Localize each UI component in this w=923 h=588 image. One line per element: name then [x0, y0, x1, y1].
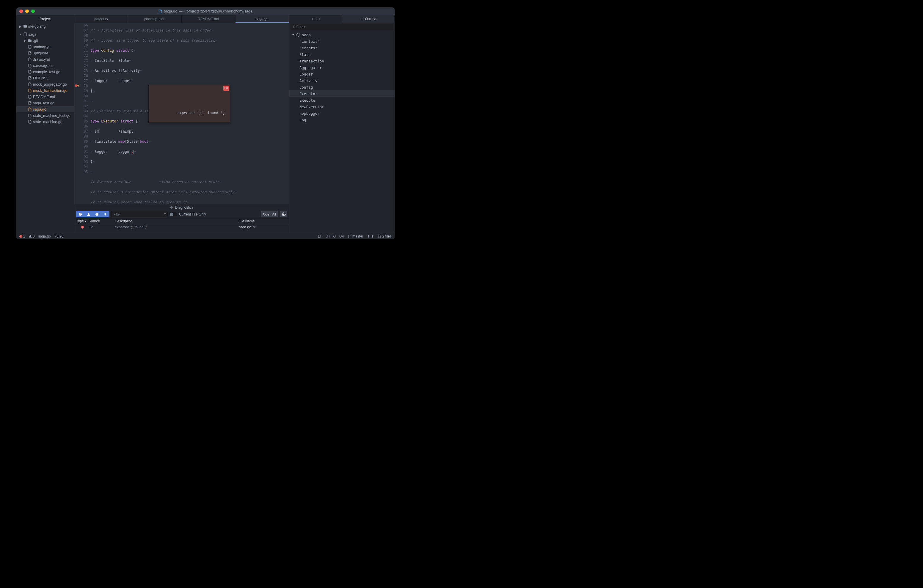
tree-file[interactable]: ·state_machine_test.go: [16, 112, 74, 118]
file-icon: [28, 64, 32, 68]
tab-outline[interactable]: Outline: [342, 15, 394, 23]
row-source: Go: [89, 225, 115, 229]
file-icon: [28, 51, 32, 55]
outline-item[interactable]: Activity: [289, 77, 394, 84]
status-branch[interactable]: master: [348, 234, 363, 238]
tree-file[interactable]: ·.travis.yml: [16, 56, 74, 62]
outline-item[interactable]: "context": [289, 38, 394, 44]
filter-error-button[interactable]: !: [76, 211, 84, 217]
tab-git[interactable]: Git: [289, 15, 342, 23]
tab-label: saga.go: [256, 16, 269, 21]
svg-point-0: [283, 214, 284, 215]
tree-file[interactable]: ·mock_aggregator.go: [16, 81, 74, 87]
outline-filter-input[interactable]: Filter: [291, 24, 393, 30]
gear-icon: [282, 212, 286, 216]
filter-hint-button[interactable]: [101, 211, 109, 217]
outline-item[interactable]: Config: [289, 84, 394, 90]
diagnostics-title[interactable]: Diagnostics: [74, 205, 289, 210]
tree-file-modified[interactable]: ·mock_transaction.go: [16, 87, 74, 94]
settings-button[interactable]: [280, 211, 287, 217]
outline-item[interactable]: Log: [289, 117, 394, 123]
tree-label: .gitignore: [33, 51, 48, 55]
status-filename[interactable]: saga.go: [38, 234, 51, 238]
chevron-down-icon: ▼: [292, 33, 295, 36]
regex-indicator[interactable]: .*: [164, 213, 166, 216]
tree-folder-git[interactable]: ▶ .git: [16, 38, 74, 44]
tab-label: gotool.ts: [94, 17, 108, 21]
branch-icon: [348, 235, 351, 238]
tab-readme[interactable]: README.md: [182, 15, 235, 23]
file-icon: [28, 101, 32, 105]
titlebar[interactable]: saga.go — ~/projects/go/src/github.com/b…: [16, 7, 394, 15]
outline-item[interactable]: Execute: [289, 97, 394, 103]
col-description[interactable]: Description: [115, 219, 238, 223]
status-warnings[interactable]: 0: [29, 234, 35, 238]
outline-item[interactable]: NewExecutor: [289, 103, 394, 110]
outline-tree[interactable]: ▼ saga "context""errors"StateTransaction…: [289, 31, 394, 233]
tree-file[interactable]: ·README.md: [16, 94, 74, 100]
open-all-label: Open All: [263, 213, 276, 216]
tree-file[interactable]: ·.gitignore: [16, 50, 74, 56]
file-icon: [28, 70, 32, 74]
tree-file[interactable]: ·coverage.out: [16, 62, 74, 69]
tree-file[interactable]: ·state_machine.go: [16, 118, 74, 125]
tab-saga-go[interactable]: saga.go: [235, 15, 289, 23]
tree-file[interactable]: ·LICENSE: [16, 75, 74, 81]
error-icon: !: [19, 235, 22, 238]
status-errors[interactable]: ! 1: [19, 234, 25, 238]
outline-item[interactable]: Aggregator: [289, 64, 394, 71]
status-position[interactable]: 78:20: [54, 234, 63, 238]
status-language[interactable]: Go: [339, 234, 344, 238]
outline-root[interactable]: ▼ saga: [289, 31, 394, 38]
outline-item[interactable]: Executor: [289, 90, 394, 97]
title-filename: saga.go: [164, 9, 177, 13]
tab-label: Git: [316, 17, 320, 21]
col-type[interactable]: Type ▼: [74, 219, 89, 223]
tree-label: saga.go: [33, 107, 46, 112]
git-pull-icon[interactable]: ⬆: [371, 234, 374, 238]
diagnostics-filter-input[interactable]: Filter .*: [111, 211, 168, 217]
tree-file[interactable]: ·example_test.go: [16, 69, 74, 75]
current-file-toggle[interactable]: [169, 212, 177, 217]
files-icon: [378, 235, 381, 238]
folder-icon: [28, 39, 32, 43]
tree-file[interactable]: ·.codacy.yml: [16, 44, 74, 50]
tree-file-saga-go[interactable]: ·saga.go: [16, 106, 74, 112]
chevron-right-icon: ▶: [23, 39, 26, 42]
col-source[interactable]: Source: [89, 219, 115, 223]
outline-label: Transaction: [299, 59, 324, 63]
outline-item[interactable]: Logger: [289, 71, 394, 77]
svg-point-10: [348, 237, 349, 238]
filter-warning-button[interactable]: [84, 211, 93, 217]
tab-packagejson[interactable]: package.json: [128, 15, 182, 23]
diagnostics-panel: Diagnostics ! i Filter .* Current File O…: [74, 205, 289, 233]
filter-info-button[interactable]: i: [93, 211, 101, 217]
code-editor[interactable]: 6667686970717273747576777879808182838485…: [74, 23, 289, 205]
tree-root-saga[interactable]: ▼ saga: [16, 31, 74, 38]
status-files[interactable]: 2 files: [378, 234, 392, 238]
chevron-right-icon: ▶: [19, 25, 22, 28]
file-tree[interactable]: ▶ ide-golang ▼ saga ▶ .git ·.codacy.yml …: [16, 23, 74, 233]
tree-label: state_machine_test.go: [33, 113, 71, 118]
outline-label: Logger: [299, 72, 313, 76]
warning-icon: [29, 235, 32, 238]
git-push-icon[interactable]: ⬇: [367, 234, 370, 238]
error-marker[interactable]: [75, 84, 77, 87]
outline-item[interactable]: Transaction: [289, 57, 394, 64]
code-content[interactable]: // - Activities list of activities in th…: [90, 23, 289, 205]
outline-item[interactable]: State: [289, 51, 394, 57]
tree-label: example_test.go: [33, 70, 60, 74]
tree-root-ide-golang[interactable]: ▶ ide-golang: [16, 23, 74, 30]
outline-item[interactable]: "errors": [289, 44, 394, 51]
open-all-button[interactable]: Open All: [261, 211, 278, 217]
diagnostics-title-text: Diagnostics: [175, 205, 193, 210]
outline-label: Config: [299, 85, 313, 89]
status-eol[interactable]: LF: [318, 234, 322, 238]
branch-name: master: [352, 234, 363, 238]
outline-item[interactable]: nopLogger: [289, 110, 394, 117]
col-filename[interactable]: File Name: [238, 219, 289, 223]
diagnostic-row[interactable]: ! Go expected ';', found ',' saga.go:78: [74, 224, 289, 230]
tree-file[interactable]: ·saga_test.go: [16, 100, 74, 106]
status-encoding[interactable]: UTF-8: [325, 234, 336, 238]
tab-gotool[interactable]: gotool.ts: [74, 15, 128, 23]
